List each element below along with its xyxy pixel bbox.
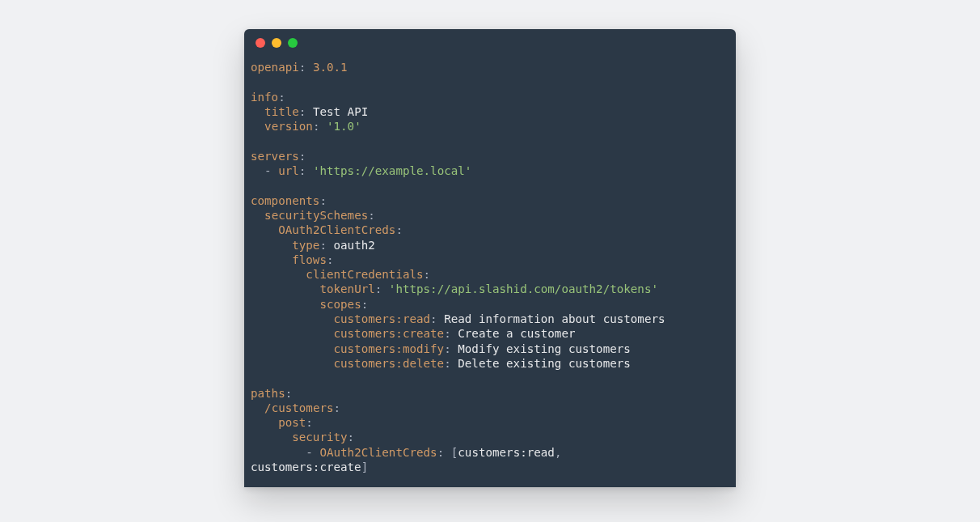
maximize-icon[interactable] — [288, 38, 298, 48]
yaml-value: 'https://example.local' — [313, 164, 471, 177]
colon: : — [299, 150, 306, 163]
yaml-value: 3.0.1 — [313, 61, 348, 74]
dash: - — [306, 446, 319, 459]
bracket: [ — [451, 446, 458, 459]
colon: : — [444, 357, 458, 370]
dash: - — [264, 164, 278, 177]
yaml-key: title — [264, 105, 299, 118]
yaml-key: clientCredentials — [306, 268, 423, 281]
yaml-key: customers:create — [334, 327, 445, 340]
yaml-value: '1.0' — [327, 120, 361, 133]
colon: : — [444, 342, 458, 355]
yaml-value: customers:read — [458, 446, 555, 459]
colon: : — [319, 194, 327, 207]
yaml-key: security — [292, 431, 347, 443]
colon: : — [278, 91, 285, 104]
window-titlebar — [244, 29, 736, 57]
colon: : — [437, 446, 451, 459]
yaml-key: OAuth2ClientCreds — [319, 446, 437, 459]
yaml-key: paths — [251, 387, 285, 400]
yaml-key: scopes — [319, 298, 361, 311]
colon: : — [348, 431, 355, 443]
minimize-icon[interactable] — [272, 38, 281, 48]
colon: : — [361, 298, 369, 311]
yaml-key: tokenUrl — [319, 282, 374, 295]
yaml-value: Read information about customers — [444, 312, 665, 325]
colon: : — [430, 312, 444, 325]
close-icon[interactable] — [256, 38, 265, 48]
yaml-value: 'https://api.slashid.com/oauth2/tokens' — [389, 282, 658, 295]
yaml-key: OAuth2ClientCreds — [278, 223, 395, 236]
yaml-key: openapi — [251, 61, 299, 74]
colon: : — [299, 105, 313, 118]
colon: : — [313, 120, 327, 133]
colon: : — [327, 253, 334, 266]
yaml-value: oauth2 — [334, 239, 375, 252]
yaml-key: servers — [251, 150, 299, 163]
yaml-key: flows — [292, 253, 327, 266]
yaml-key: /customers — [264, 401, 333, 414]
yaml-key: securitySchemes — [264, 209, 368, 222]
colon: : — [299, 61, 313, 74]
yaml-value: Delete existing customers — [458, 357, 631, 370]
yaml-key: url — [278, 164, 299, 177]
yaml-key: customers:delete — [334, 357, 445, 370]
yaml-key: version — [264, 120, 313, 133]
yaml-value: Test API — [313, 105, 368, 118]
bracket: ] — [361, 460, 369, 473]
colon: : — [334, 401, 341, 414]
yaml-value: customers:create — [251, 460, 361, 473]
colon: : — [444, 327, 458, 340]
yaml-key: info — [251, 91, 278, 104]
colon: : — [395, 223, 403, 236]
yaml-value: Modify existing customers — [458, 342, 631, 355]
colon: : — [424, 268, 431, 281]
colon: : — [375, 282, 389, 295]
comma: , — [555, 446, 562, 459]
colon: : — [285, 387, 293, 400]
colon: : — [368, 209, 375, 222]
colon: : — [299, 164, 313, 177]
colon: : — [306, 416, 313, 429]
yaml-key: customers:modify — [334, 342, 445, 355]
code-block: openapi: 3.0.1 info: title: Test API ver… — [244, 57, 736, 487]
colon: : — [319, 239, 333, 252]
yaml-key: customers:read — [334, 312, 431, 325]
yaml-key: components — [251, 194, 319, 207]
code-window: openapi: 3.0.1 info: title: Test API ver… — [244, 29, 736, 487]
yaml-key: post — [278, 416, 306, 429]
yaml-value: Create a customer — [458, 327, 575, 340]
yaml-key: type — [292, 239, 319, 252]
